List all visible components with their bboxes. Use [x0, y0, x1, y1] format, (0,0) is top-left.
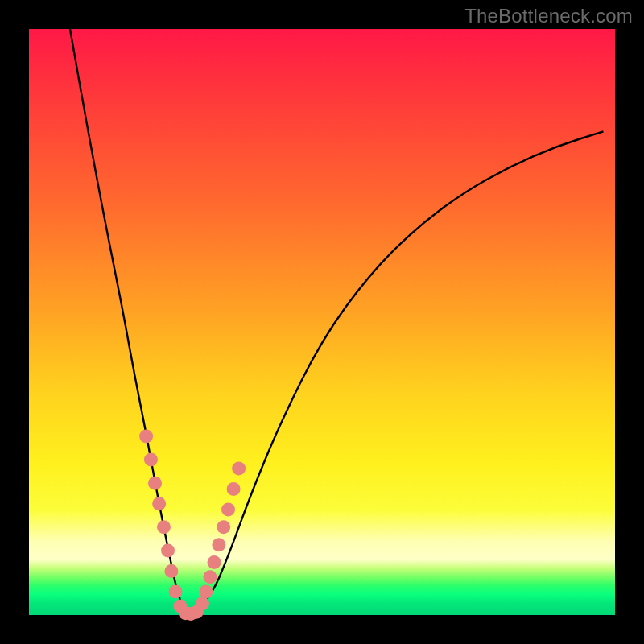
marker-dot	[221, 502, 235, 516]
marker-dot	[208, 555, 221, 569]
marker-dot	[203, 570, 217, 584]
marker-dot	[199, 584, 213, 598]
marker-dot	[212, 538, 225, 551]
marker-dot	[161, 543, 175, 557]
marker-dot	[157, 520, 171, 534]
bottleneck-curve	[70, 29, 603, 611]
watermark-text: TheBottleneck.com	[464, 5, 633, 27]
marker-dot	[148, 477, 162, 490]
chart-frame: TheBottleneck.com	[0, 0, 644, 644]
marker-dot	[232, 462, 246, 476]
marker-dot	[217, 520, 230, 534]
marker-dots-group	[139, 429, 246, 621]
chart-svg	[29, 29, 615, 615]
marker-dot	[196, 597, 209, 610]
chart-plot-area	[29, 29, 615, 615]
marker-dot	[144, 453, 158, 467]
marker-dot	[227, 482, 241, 496]
marker-dot	[139, 429, 153, 443]
marker-dot	[169, 584, 183, 598]
marker-dot	[164, 564, 178, 578]
marker-dot	[152, 497, 166, 510]
